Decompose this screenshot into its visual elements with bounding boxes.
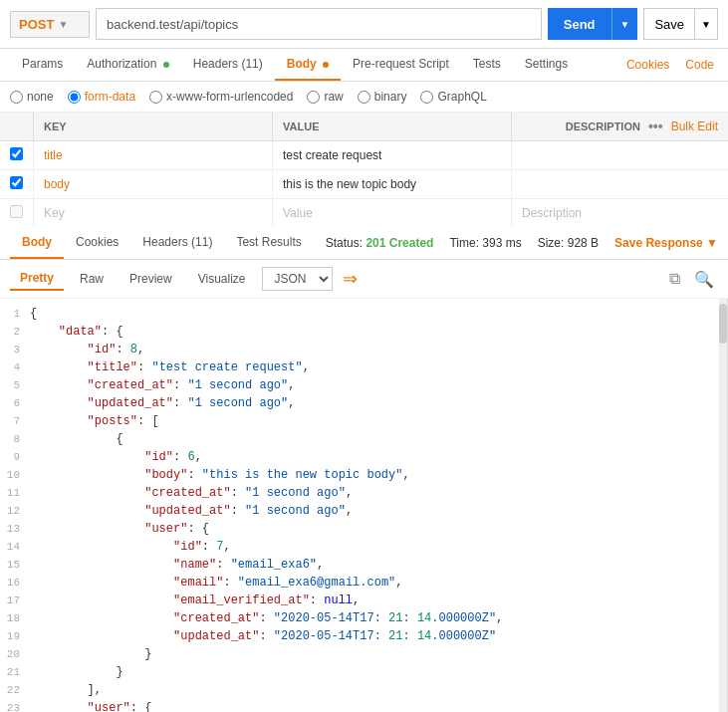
bulk-edit-button[interactable]: Bulk Edit [671,119,718,133]
row2-checkbox[interactable] [10,176,23,189]
url-input[interactable] [96,8,542,40]
th-value: VALUE [273,113,512,141]
view-preview-button[interactable]: Preview [120,268,182,290]
row2-key[interactable]: body [34,170,273,199]
body-type-none[interactable]: none [10,90,54,104]
line-content: "name": "email_exa6", [30,556,727,574]
body-type-form-data[interactable]: form-data [68,90,135,104]
placeholder-key[interactable]: Key [34,199,273,228]
code-link[interactable]: Code [681,50,718,80]
line-number: 10 [0,466,30,484]
tab-tests[interactable]: Tests [461,49,513,81]
body-type-binary[interactable]: binary [358,90,407,104]
save-dropdown-button[interactable]: ▼ [695,8,718,40]
placeholder-value[interactable]: Value [273,199,512,228]
tab-headers[interactable]: Headers (11) [181,49,275,81]
status-label: Status: 201 Created [326,236,434,250]
code-line: 9 "id": 6, [0,448,727,466]
placeholder-checkbox-cell [0,199,34,228]
code-line: 7 "posts": [ [0,412,727,430]
code-line: 5 "created_at": "1 second ago", [0,376,727,394]
line-content: "title": "test create request", [30,358,727,376]
line-number: 14 [0,538,30,556]
line-content: "body": "this is the new topic body", [30,466,727,484]
table-row: body this is the new topic body [0,170,728,199]
format-selector[interactable]: JSON XML HTML Text [262,267,333,291]
method-selector[interactable]: POST ▼ [10,11,90,38]
code-line: 2 "data": { [0,323,727,341]
code-line: 20 } [0,645,727,663]
time-label: Time: 393 ms [449,236,521,250]
th-description: DESCRIPTION ••• Bulk Edit [512,113,729,141]
response-tab-headers[interactable]: Headers (11) [130,227,224,259]
copy-icon[interactable]: ⧉ [665,268,684,291]
tab-settings[interactable]: Settings [513,49,580,81]
nav-tabs: Params Authorization Headers (11) Body P… [0,49,728,82]
view-pretty-button[interactable]: Pretty [10,267,64,291]
line-number: 17 [0,592,30,609]
row1-checkbox[interactable] [10,147,23,160]
line-content: "email": "email_exa6@gmail.com", [30,574,727,592]
kv-table: KEY VALUE DESCRIPTION ••• Bulk Edit titl… [0,113,728,227]
view-visualize-button[interactable]: Visualize [188,268,256,290]
line-number: 6 [0,394,30,412]
code-line: 6 "updated_at": "1 second ago", [0,394,727,412]
code-line: 14 "id": 7, [0,538,727,556]
row1-checkbox-cell [0,141,34,170]
body-type-urlencoded[interactable]: x-www-form-urlencoded [149,90,293,104]
send-dropdown-button[interactable]: ▼ [611,8,638,40]
search-icon[interactable]: 🔍 [690,268,718,291]
save-response-button[interactable]: Save Response ▼ [614,236,718,250]
send-label: Send [564,17,596,32]
body-type-graphql[interactable]: GraphQL [420,90,486,104]
code-line: 13 "user": { [0,520,727,538]
code-line: 22 ], [0,681,727,699]
line-content: "user": { [30,520,727,538]
code-line: 3 "id": 8, [0,341,727,358]
code-line: 21 } [0,663,727,681]
line-number: 9 [0,448,30,466]
line-number: 12 [0,502,30,520]
view-raw-button[interactable]: Raw [70,268,114,290]
line-content: "id": 8, [30,341,727,358]
save-button[interactable]: Save [643,8,695,40]
response-tab-test-results[interactable]: Test Results [224,227,313,259]
scrollbar-thumb[interactable] [719,304,727,344]
cookies-link[interactable]: Cookies [622,50,673,80]
save-label: Save [654,17,684,32]
th-checkbox [0,113,34,141]
response-tab-cookies[interactable]: Cookies [64,227,130,259]
tab-params[interactable]: Params [10,49,75,81]
wrap-icon[interactable]: ⇒ [339,266,362,292]
tab-body[interactable]: Body [275,49,341,81]
response-tab-body[interactable]: Body [10,227,64,259]
row1-key[interactable]: title [34,141,273,170]
body-type-raw[interactable]: raw [307,90,343,104]
scrollbar-track[interactable] [719,299,727,712]
line-content: "data": { [30,323,727,341]
row1-value[interactable]: test create request [273,141,512,170]
send-button[interactable]: Send [548,8,611,40]
code-area: 1{2 "data": {3 "id": 8,4 "title": "test … [0,299,728,712]
line-number: 19 [0,627,30,645]
code-line: 8 { [0,430,727,448]
code-line: 16 "email": "email_exa6@gmail.com", [0,574,727,592]
tab-pre-request[interactable]: Pre-request Script [341,49,461,81]
line-content: "posts": [ [30,412,727,430]
code-line: 10 "body": "this is the new topic body", [0,466,727,484]
line-number: 21 [0,663,30,681]
size-label: Size: 928 B [538,236,599,250]
row2-value[interactable]: this is the new topic body [273,170,512,199]
line-content: } [30,645,727,663]
save-group: Save ▼ [643,8,718,40]
line-content: "updated_at": "1 second ago", [30,502,727,520]
tab-authorization[interactable]: Authorization [75,49,180,81]
code-line: 18 "created_at": "2020-05-14T17: 21: 14.… [0,609,727,627]
line-number: 22 [0,681,30,699]
line-number: 7 [0,412,30,430]
line-number: 5 [0,376,30,394]
row1-description [512,141,729,170]
more-options-icon[interactable]: ••• [648,119,663,134]
th-key: KEY [34,113,273,141]
response-tab-bar: Body Cookies Headers (11) Test Results S… [0,227,728,260]
